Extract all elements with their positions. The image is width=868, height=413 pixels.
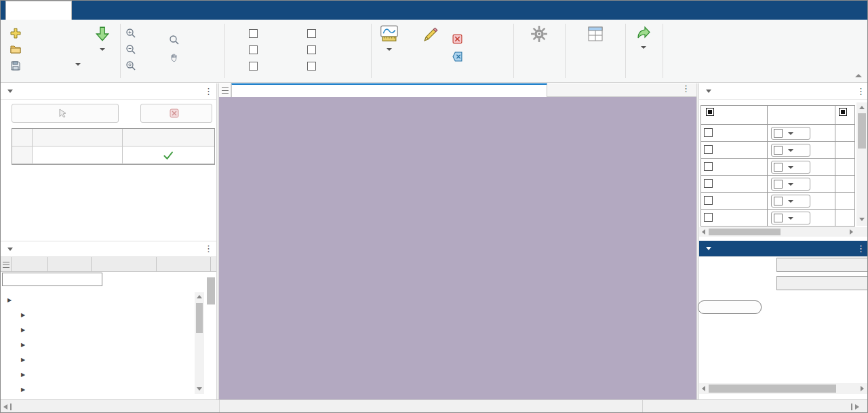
zoom-in-button[interactable] xyxy=(125,26,141,40)
layers-vscrollbar[interactable] xyxy=(856,102,867,226)
layer-color-dropdown[interactable] xyxy=(771,212,810,224)
collapse-caret-icon[interactable] xyxy=(706,90,711,93)
scroll-up-icon[interactable] xyxy=(197,295,202,298)
boards-table-row[interactable] xyxy=(12,146,214,164)
scrollbar-thumb[interactable] xyxy=(196,303,203,333)
tree-expand-icon[interactable] xyxy=(20,312,26,318)
tree-expand-icon[interactable] xyxy=(20,342,26,348)
figure-tab[interactable] xyxy=(231,83,547,97)
tree-item[interactable] xyxy=(1,382,195,394)
preferences-button[interactable] xyxy=(515,25,564,45)
ribbon-tab-pcb-viewer[interactable] xyxy=(5,1,72,20)
scrollbar-thumb[interactable] xyxy=(709,229,781,235)
zoom-draw-button[interactable] xyxy=(169,33,184,47)
layer-field[interactable] xyxy=(776,276,868,290)
layer-row-l4-gnd2[interactable] xyxy=(704,179,716,188)
collapse-caret-icon[interactable] xyxy=(706,247,711,250)
tab-overflow-menu[interactable] xyxy=(1,257,12,272)
select-all-checkbox-icon[interactable] xyxy=(706,108,714,116)
layer-color-dropdown[interactable] xyxy=(771,161,810,174)
layer-visibility-checkbox[interactable] xyxy=(704,213,713,222)
import-button[interactable] xyxy=(86,25,119,51)
search-parts-input[interactable] xyxy=(2,273,102,286)
scroll-down-icon[interactable] xyxy=(197,387,202,391)
collapse-caret-icon[interactable] xyxy=(7,90,13,93)
annotate-button[interactable] xyxy=(412,26,450,45)
tab-padstacks[interactable] xyxy=(157,257,211,272)
tree-item[interactable] xyxy=(1,367,195,382)
layer-visibility-checkbox[interactable] xyxy=(704,145,713,154)
tree-item[interactable] xyxy=(1,307,195,322)
kebab-menu-icon[interactable]: ⋮ xyxy=(204,245,213,252)
color-swatch xyxy=(774,146,783,155)
tree-item[interactable] xyxy=(1,352,195,367)
scrollbar-thumb[interactable] xyxy=(709,385,836,393)
layer-row-l5-sig2[interactable] xyxy=(704,196,716,205)
layer-visibility-checkbox[interactable] xyxy=(704,196,713,205)
segments-checkbox[interactable] xyxy=(307,26,321,40)
kebab-menu-icon[interactable]: ⋮ xyxy=(856,88,865,95)
scroll-left-icon[interactable] xyxy=(702,229,705,235)
tree-expand-icon[interactable] xyxy=(20,372,26,378)
tab-components[interactable] xyxy=(92,257,157,272)
kebab-menu-icon[interactable]: ⋮ xyxy=(856,245,865,252)
panel-scrollbar-thumb[interactable] xyxy=(207,277,215,304)
tree-expand-icon[interactable] xyxy=(20,327,26,333)
scroll-down-icon[interactable] xyxy=(859,218,865,221)
layer-row-top[interactable] xyxy=(704,128,716,137)
layer-row-l2-gnd1[interactable] xyxy=(704,145,716,154)
layer-color-dropdown[interactable] xyxy=(771,144,810,157)
selectable-objects-section-label xyxy=(224,54,371,63)
delete-button[interactable] xyxy=(452,32,467,45)
layer-visibility-checkbox[interactable] xyxy=(704,162,713,171)
pcb-board-view xyxy=(219,97,696,399)
collapse-toolstrip-icon[interactable] xyxy=(855,74,862,77)
scroll-right-icon[interactable] xyxy=(850,229,853,235)
tree-item[interactable] xyxy=(1,337,195,352)
tree-expand-icon[interactable] xyxy=(20,357,26,363)
layers-hscrollbar[interactable] xyxy=(699,227,867,237)
layer-visibility-checkbox[interactable] xyxy=(704,128,713,137)
tab-parts[interactable] xyxy=(12,257,48,272)
default-layout-button[interactable] xyxy=(566,25,625,45)
boards-panel-header: ⋮ xyxy=(1,83,216,100)
boards-col-board xyxy=(33,129,123,146)
collapse-caret-icon[interactable] xyxy=(7,248,13,251)
activate-board-button[interactable] xyxy=(12,104,119,123)
components-checkbox[interactable] xyxy=(249,26,262,40)
figure-tab-overflow[interactable] xyxy=(219,83,231,97)
layer-visibility-checkbox[interactable] xyxy=(704,179,713,188)
export-button[interactable] xyxy=(627,25,660,49)
layer-color-dropdown[interactable] xyxy=(771,195,810,208)
save-session-dropdown-caret-icon[interactable] xyxy=(75,63,81,66)
properties-hscrollbar[interactable] xyxy=(699,383,868,394)
measure-button[interactable] xyxy=(372,25,406,51)
layer-color-dropdown[interactable] xyxy=(771,127,810,140)
tree-item[interactable] xyxy=(1,292,195,307)
scroll-right-icon[interactable] xyxy=(861,386,864,391)
layers-col-header[interactable] xyxy=(706,108,717,116)
cadnet-field[interactable] xyxy=(776,258,868,272)
tree-scrollbar[interactable] xyxy=(195,292,204,394)
kebab-menu-icon[interactable]: ⋮ xyxy=(204,88,213,95)
kebab-menu-icon[interactable]: ⋮ xyxy=(682,85,690,92)
pcb-canvas[interactable] xyxy=(219,97,696,399)
more-properties-button[interactable] xyxy=(698,300,762,314)
layer-row-l6-gnd3[interactable] xyxy=(704,213,716,222)
new-session-button[interactable] xyxy=(10,26,26,40)
tree-expand-icon[interactable] xyxy=(6,297,13,303)
database-panel-header: ⋮ xyxy=(1,241,216,257)
tab-nets[interactable] xyxy=(48,257,92,272)
tree-item[interactable] xyxy=(1,322,195,337)
layer-row-l3-sig1[interactable] xyxy=(704,162,716,171)
layer-color-dropdown[interactable] xyxy=(771,178,810,191)
scroll-up-icon[interactable] xyxy=(859,106,865,109)
select-all-checkbox-icon[interactable] xyxy=(839,108,847,116)
checkbox-icon xyxy=(249,45,258,54)
pencil-icon xyxy=(422,26,439,44)
extra-col-header[interactable] xyxy=(839,108,847,116)
delete-board-button[interactable] xyxy=(140,104,212,123)
scrollbar-thumb[interactable] xyxy=(858,113,866,149)
scroll-left-icon[interactable] xyxy=(702,386,705,391)
tree-expand-icon[interactable] xyxy=(20,387,26,393)
